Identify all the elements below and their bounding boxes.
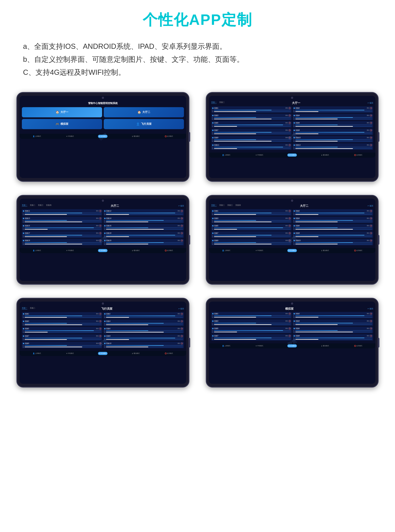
power-btn[interactable]: ⏻ bbox=[370, 136, 372, 139]
mode-cool-3[interactable]: ❄冷光模式 bbox=[98, 249, 108, 252]
power-btn[interactable]: ⏻ bbox=[370, 320, 372, 322]
power-btn[interactable]: ⏻ bbox=[99, 313, 101, 315]
power-btn[interactable]: ⏻ bbox=[289, 239, 291, 242]
power-btn[interactable]: ⏻ bbox=[99, 232, 101, 234]
mode-warm[interactable]: 🌡 暖光模式 bbox=[131, 135, 141, 138]
mode-cool-2[interactable]: ❄ 冷光模式 bbox=[287, 153, 297, 157]
mode-cool-6[interactable]: ❄冷光模式 bbox=[287, 344, 297, 347]
mode-neutral-5[interactable]: ☀中性模式 bbox=[65, 352, 75, 355]
mode-neutral-6[interactable]: ☀中性模式 bbox=[254, 344, 264, 347]
back-button-2[interactable]: ↩ 返回 bbox=[368, 102, 373, 104]
power-btn[interactable]: ⏻ bbox=[181, 210, 183, 212]
nav-tab-p1[interactable]: 页面一 bbox=[211, 101, 217, 104]
power-btn[interactable]: ⏻ bbox=[99, 239, 101, 242]
nav-tab-p3[interactable]: 页面三 bbox=[38, 204, 43, 206]
power-btn[interactable]: ⏻ bbox=[289, 320, 291, 322]
power-btn[interactable]: ⏻ bbox=[99, 342, 101, 345]
power-btn[interactable]: ⏻ bbox=[181, 328, 183, 330]
mode-cool-4[interactable]: ❄冷光模式 bbox=[287, 249, 297, 252]
mode-warm-5[interactable]: 🌡暖光模式 bbox=[131, 352, 141, 355]
back-button-6[interactable]: ↩ 返回 bbox=[368, 308, 373, 310]
power-btn[interactable]: ⏻ bbox=[99, 320, 101, 322]
power-btn[interactable]: ⏻ bbox=[289, 114, 291, 117]
power-btn[interactable]: ⏻ bbox=[370, 225, 372, 227]
mode-neutral[interactable]: ☀ 中性模式 bbox=[65, 135, 75, 138]
back-button-3[interactable]: ↩ 返回 bbox=[178, 205, 184, 207]
mode-work-4[interactable]: 👤上班模式 bbox=[221, 249, 231, 252]
power-btn[interactable]: ⏻ bbox=[370, 232, 372, 234]
mode-off-6[interactable]: ⭕全关模式 bbox=[353, 344, 363, 347]
power-btn[interactable]: ⏻ bbox=[370, 217, 372, 220]
power-btn[interactable]: ⏻ bbox=[289, 107, 291, 109]
menu-item-pilot[interactable]: 👤 飞行员室 bbox=[104, 119, 184, 129]
power-btn[interactable]: ⏻ bbox=[289, 122, 291, 124]
nav-tab-p4[interactable]: 页面四 bbox=[235, 204, 241, 206]
power-btn[interactable]: ⏻ bbox=[181, 313, 183, 315]
mode-cool-5[interactable]: ❄冷光模式 bbox=[98, 352, 108, 355]
mode-off[interactable]: ⭕ 全关模式 bbox=[164, 135, 174, 138]
power-btn[interactable]: ⏻ bbox=[181, 335, 183, 337]
power-btn[interactable]: ⏻ bbox=[289, 327, 291, 330]
mode-neutral-3[interactable]: ☀中性模式 bbox=[65, 249, 75, 252]
power-btn[interactable]: ⏻ bbox=[289, 232, 291, 234]
power-btn[interactable]: ⏻ bbox=[289, 335, 291, 337]
power-btn[interactable]: ⏻ bbox=[370, 239, 372, 242]
power-btn[interactable]: ⏻ bbox=[99, 210, 101, 212]
power-btn[interactable]: ⏻ bbox=[370, 144, 372, 146]
mode-work-5[interactable]: 👤上班模式 bbox=[32, 352, 42, 355]
mode-warm-6[interactable]: 🌡暖光模式 bbox=[320, 344, 330, 347]
mode-neutral-2[interactable]: ☀ 中性模式 bbox=[254, 153, 264, 157]
mode-warm-3[interactable]: 🌡暖光模式 bbox=[131, 249, 141, 252]
power-btn[interactable]: ⏻ bbox=[370, 327, 372, 330]
mode-work-3[interactable]: 👤上班模式 bbox=[32, 249, 42, 252]
power-btn[interactable]: ⏻ bbox=[181, 239, 183, 242]
power-btn[interactable]: ⏻ bbox=[181, 232, 183, 234]
power-btn[interactable]: ⏻ bbox=[289, 136, 291, 139]
power-btn[interactable]: ⏻ bbox=[370, 122, 372, 124]
mode-off-5[interactable]: ⭕全关模式 bbox=[164, 352, 174, 355]
power-btn[interactable]: ⏻ bbox=[99, 335, 101, 337]
nav-tab-p2[interactable]: 页面二 bbox=[219, 101, 225, 104]
nav-tab-p1[interactable]: 页面一 bbox=[211, 204, 217, 206]
menu-item-lobby1[interactable]: 🏠 大厅一 bbox=[22, 107, 102, 117]
power-btn[interactable]: ⏻ bbox=[181, 225, 183, 227]
nav-tab-p1[interactable]: 页面一 bbox=[22, 204, 27, 206]
power-btn[interactable]: ⏻ bbox=[370, 335, 372, 337]
nav-tab-p2[interactable]: 页面二 bbox=[30, 307, 35, 309]
nav-tab-p2[interactable]: 页面二 bbox=[219, 204, 225, 206]
power-btn[interactable]: ⏻ bbox=[289, 144, 291, 146]
power-btn[interactable]: ⏻ bbox=[370, 210, 372, 212]
back-button-5[interactable]: ↩ 返回 bbox=[178, 308, 184, 310]
power-btn[interactable]: ⏻ bbox=[99, 328, 101, 330]
mode-work[interactable]: 👤 上班模式 bbox=[32, 135, 42, 138]
menu-item-lobby2[interactable]: 🏠 大厅二 bbox=[104, 107, 184, 117]
power-btn[interactable]: ⏻ bbox=[99, 225, 101, 227]
back-button-4[interactable]: ↩ 返回 bbox=[368, 205, 373, 207]
power-btn[interactable]: ⏻ bbox=[181, 320, 183, 322]
mode-off-3[interactable]: ⭕全关模式 bbox=[164, 249, 174, 252]
power-btn[interactable]: ⏻ bbox=[370, 107, 372, 109]
mode-off-2[interactable]: ⭕ 全关模式 bbox=[353, 153, 363, 157]
nav-tab-p1[interactable]: 页面一 bbox=[22, 307, 27, 309]
nav-tab-p4[interactable]: 页面四 bbox=[46, 204, 51, 206]
power-btn[interactable]: ⏻ bbox=[181, 217, 183, 220]
power-btn[interactable]: ⏻ bbox=[370, 313, 372, 315]
mode-off-4[interactable]: ⭕全关模式 bbox=[353, 249, 363, 252]
power-btn[interactable]: ⏻ bbox=[370, 129, 372, 131]
power-btn[interactable]: ⏻ bbox=[289, 313, 291, 315]
power-btn[interactable]: ⏻ bbox=[370, 114, 372, 117]
menu-item-sim[interactable]: 🎮 模拟室 bbox=[22, 119, 102, 129]
nav-tab-p3[interactable]: 页面三 bbox=[227, 204, 233, 206]
mode-work-2[interactable]: 👤 上班模式 bbox=[221, 153, 231, 157]
mode-warm-2[interactable]: 🌡 暖光模式 bbox=[320, 153, 330, 157]
power-btn[interactable]: ⏻ bbox=[289, 217, 291, 220]
mode-warm-4[interactable]: 🌡暖光模式 bbox=[320, 249, 330, 252]
power-btn[interactable]: ⏻ bbox=[289, 210, 291, 212]
nav-tab-p2[interactable]: 页面二 bbox=[30, 204, 35, 206]
power-btn[interactable]: ⏻ bbox=[99, 217, 101, 220]
power-btn[interactable]: ⏻ bbox=[289, 129, 291, 131]
mode-work-6[interactable]: 👤上班模式 bbox=[221, 344, 231, 347]
mode-neutral-4[interactable]: ☀中性模式 bbox=[254, 249, 264, 252]
power-btn[interactable]: ⏻ bbox=[289, 225, 291, 227]
mode-cool[interactable]: ❄ 冷光模式 bbox=[98, 135, 108, 138]
